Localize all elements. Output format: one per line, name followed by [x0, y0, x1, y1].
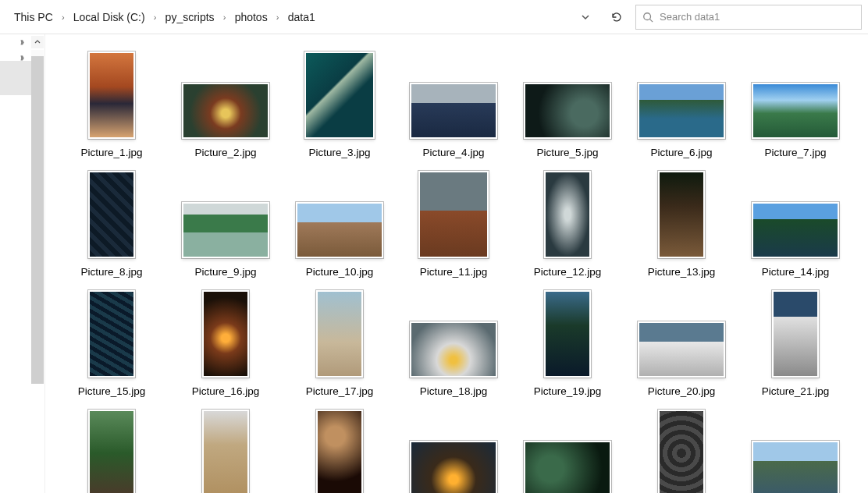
file-item[interactable]: Picture_24.jpg [283, 406, 397, 493]
pin-icon [15, 35, 30, 51]
thumbnail-wrap [738, 48, 852, 142]
file-item[interactable]: Picture_26.jpg [510, 406, 624, 493]
file-item[interactable]: Picture_9.jpg [169, 168, 283, 278]
nav-collapsed-item[interactable] [0, 61, 31, 95]
thumbnail [410, 321, 497, 378]
thumbnail-wrap [397, 406, 510, 493]
file-item[interactable]: Picture_23.jpg [169, 406, 283, 493]
thumbnail [752, 202, 839, 258]
thumbnail [658, 410, 705, 493]
thumbnail-wrap [169, 287, 283, 381]
file-item[interactable]: Picture_7.jpg [738, 48, 852, 158]
thumbnail [752, 441, 839, 493]
thumbnail [182, 202, 269, 258]
thumbnail [296, 202, 383, 258]
thumbnail-wrap [169, 48, 283, 142]
refresh-button[interactable] [604, 5, 629, 30]
file-item[interactable]: Picture_12.jpg [510, 168, 624, 278]
thumbnail-wrap [55, 168, 169, 261]
breadcrumb-segment[interactable]: py_scripts [161, 8, 219, 27]
thumbnail [410, 83, 497, 139]
file-name: Picture_13.jpg [648, 266, 715, 278]
file-item[interactable]: Picture_27.jpg [624, 406, 738, 493]
thumbnail [418, 171, 489, 258]
thumbnail-wrap [397, 168, 510, 261]
breadcrumb-segment[interactable]: This PC [9, 8, 58, 27]
main-area: Picture_1.jpgPicture_2.jpgPicture_3.jpgP… [0, 34, 868, 493]
thumbnail [202, 410, 249, 493]
file-item[interactable]: Picture_11.jpg [397, 168, 510, 278]
file-view[interactable]: Picture_1.jpgPicture_2.jpgPicture_3.jpgP… [45, 34, 868, 493]
file-item[interactable]: Picture_5.jpg [510, 48, 624, 158]
file-item[interactable]: Picture_8.jpg [55, 168, 169, 278]
thumbnail [316, 410, 363, 493]
file-name: Picture_20.jpg [648, 385, 715, 397]
thumbnail [752, 83, 839, 139]
breadcrumb-segment[interactable]: data1 [283, 8, 320, 27]
svg-line-1 [650, 19, 653, 22]
refresh-icon [610, 11, 623, 23]
nav-scrollbar[interactable] [31, 50, 44, 95]
breadcrumb-segment[interactable]: photos [230, 8, 272, 27]
thumbnail [544, 171, 591, 258]
file-item[interactable]: Picture_15.jpg [55, 287, 169, 397]
thumbnail [638, 321, 725, 378]
file-name: Picture_7.jpg [765, 147, 827, 158]
file-name: Picture_5.jpg [537, 147, 599, 158]
file-item[interactable]: Picture_6.jpg [624, 48, 738, 158]
chevron-down-icon [581, 12, 590, 22]
file-item[interactable]: Picture_17.jpg [283, 287, 397, 397]
thumbnail-wrap [397, 287, 510, 381]
breadcrumb-segment[interactable]: Local Disk (C:) [69, 8, 150, 27]
thumbnail [182, 83, 269, 139]
file-item[interactable]: Picture_4.jpg [397, 48, 510, 158]
recent-locations-button[interactable] [573, 5, 598, 30]
thumbnail [316, 290, 363, 378]
file-name: Picture_2.jpg [195, 147, 257, 158]
svg-point-0 [644, 12, 651, 20]
thumbnail-wrap [510, 168, 624, 261]
file-item[interactable]: Picture_16.jpg [169, 287, 283, 397]
file-item[interactable]: Picture_20.jpg [624, 287, 738, 397]
thumbnail [202, 290, 249, 378]
nav-scroll-thumb[interactable] [31, 56, 44, 384]
file-item[interactable]: Picture_22.jpg [55, 406, 169, 493]
thumbnail-wrap [55, 287, 169, 381]
file-name: Picture_17.jpg [306, 385, 373, 397]
file-item[interactable]: Picture_25.jpg [397, 406, 510, 493]
file-item[interactable]: Picture_13.jpg [624, 168, 738, 278]
file-name: Picture_15.jpg [78, 385, 145, 397]
file-item[interactable]: Picture_28.jpg [738, 406, 852, 493]
thumbnail [544, 290, 591, 378]
thumbnail [88, 410, 135, 493]
thumbnail-wrap [283, 287, 397, 381]
thumbnail [88, 290, 135, 378]
file-item[interactable]: Picture_3.jpg [283, 48, 397, 158]
nav-scroll-up[interactable] [31, 36, 44, 48]
search-box[interactable] [635, 5, 862, 30]
file-item[interactable]: Picture_10.jpg [283, 168, 397, 278]
thumbnail [638, 83, 725, 139]
file-name: Picture_18.jpg [420, 385, 487, 397]
file-name: Picture_10.jpg [306, 266, 373, 278]
file-item[interactable]: Picture_1.jpg [55, 48, 169, 158]
chevron-right-icon: › [272, 12, 283, 22]
thumbnail [772, 290, 819, 378]
chevron-right-icon: › [58, 12, 69, 22]
file-item[interactable]: Picture_2.jpg [169, 48, 283, 158]
thumbnail-wrap [55, 406, 169, 493]
thumbnail [88, 51, 135, 139]
navigation-pane[interactable] [0, 34, 45, 493]
thumbnail-wrap [169, 406, 283, 493]
breadcrumb[interactable]: This PC›Local Disk (C:)›py_scripts›photo… [0, 0, 570, 34]
file-item[interactable]: Picture_18.jpg [397, 287, 510, 397]
thumbnail-wrap [510, 287, 624, 381]
thumbnail [524, 83, 611, 139]
thumbnail [658, 171, 705, 258]
file-item[interactable]: Picture_19.jpg [510, 287, 624, 397]
thumbnail-wrap [624, 48, 738, 142]
search-input[interactable] [660, 11, 855, 23]
chevron-up-icon [34, 39, 41, 45]
file-item[interactable]: Picture_14.jpg [738, 168, 852, 278]
file-item[interactable]: Picture_21.jpg [738, 287, 852, 397]
